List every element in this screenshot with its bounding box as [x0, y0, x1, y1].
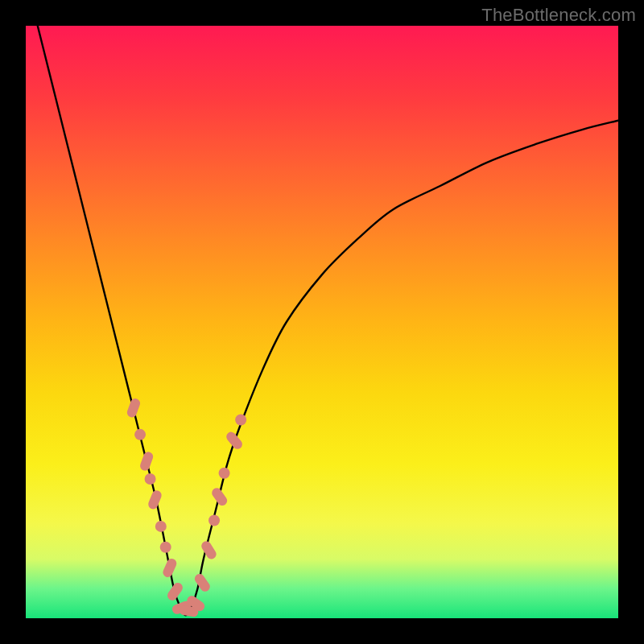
curve-marker [145, 473, 156, 485]
curve-marker [155, 521, 167, 532]
curve-marker [160, 542, 171, 553]
curve-marker [219, 468, 230, 479]
curve-marker [208, 515, 220, 526]
marker-group [126, 397, 246, 617]
curve-marker [161, 557, 178, 579]
curve-marker [126, 397, 141, 419]
curve-marker [200, 539, 218, 561]
curve-marker [225, 430, 245, 451]
plot-area [26, 26, 618, 618]
curve-marker [166, 581, 185, 603]
chart-svg [26, 26, 618, 618]
curve-marker [193, 572, 213, 594]
chart-frame: TheBottleneck.com [0, 0, 644, 644]
bottleneck-curve [38, 26, 618, 615]
curve-marker [210, 486, 229, 508]
curve-marker [147, 489, 163, 510]
curve-marker [235, 414, 246, 425]
curve-marker [134, 429, 146, 440]
watermark-text: TheBottleneck.com [481, 5, 636, 26]
curve-marker [138, 451, 154, 473]
